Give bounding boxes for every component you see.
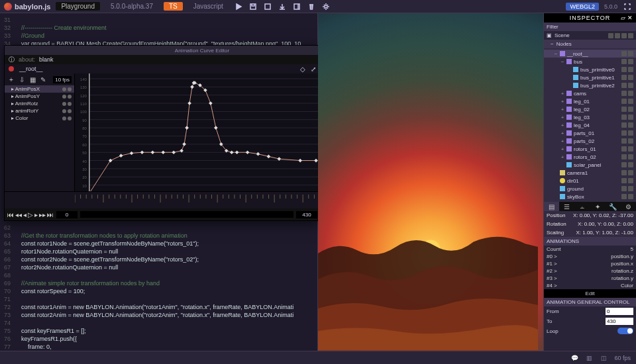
fps-counter: 60 fps [614, 355, 631, 361]
svg-rect-61 [298, 159, 302, 163]
tree-node[interactable]: solar_panel [544, 161, 636, 169]
inspector-tabs: ▤ ☰ ⫠ ✦ 🔧 ⚙ [544, 202, 636, 211]
next-key-icon[interactable]: ▸▸ [39, 211, 46, 218]
status-message-icon[interactable]: 💬 [570, 354, 578, 362]
tree-node[interactable]: +leg_01 [544, 97, 636, 105]
render-canvas[interactable] [318, 13, 543, 351]
to-input[interactable] [606, 318, 633, 325]
root-node-label[interactable]: __root__ [19, 66, 43, 72]
settings-icon[interactable] [321, 2, 331, 11]
first-frame-icon[interactable]: ⏮ [7, 211, 14, 218]
tree-node[interactable]: +parts_02 [544, 137, 636, 145]
save-anim-icon[interactable]: ▦ [28, 75, 36, 83]
tab-stats-icon[interactable]: ⫠ [574, 202, 590, 211]
inspector-icon[interactable] [292, 2, 301, 11]
svg-rect-42 [180, 149, 184, 153]
popout-icon[interactable]: ▱ [621, 15, 626, 21]
anim-item[interactable]: ▸ AnimPosX [5, 85, 74, 93]
fps-input[interactable]: 10 fps [53, 76, 72, 83]
save-icon[interactable] [248, 2, 258, 11]
tree-node[interactable]: +cams [544, 89, 636, 97]
tab-wrench-icon[interactable]: 🔧 [606, 202, 621, 211]
curve-timeline[interactable] [5, 191, 320, 208]
nodes-header[interactable]: Nodes [556, 41, 572, 47]
anim-prop-row[interactable]: #3 >rotation.y [544, 275, 636, 282]
svg-rect-35 [109, 159, 113, 163]
tree-node[interactable]: skyBox [544, 193, 636, 201]
anim-item[interactable]: ▸ Color [5, 114, 74, 122]
frame-start-input[interactable]: 0 [56, 211, 78, 218]
tree-node[interactable]: bus_primitive1 [544, 73, 636, 81]
svg-rect-40 [161, 150, 165, 154]
new-icon[interactable] [263, 2, 272, 11]
tree-node[interactable]: +leg_02 [544, 105, 636, 113]
svg-rect-56 [235, 150, 239, 154]
anim-prop-row[interactable]: #1 >position.x [544, 260, 636, 267]
edit-anim-icon[interactable]: ✎ [39, 75, 47, 83]
anim-item[interactable]: ▸ animRotY [5, 107, 74, 114]
next-frame-icon[interactable]: ▸ [34, 211, 38, 218]
tree-node[interactable]: dir01 [544, 177, 636, 185]
inspector-panel: INSPECTOR ▱ ✕ Filter ▣Scene − Nodes −__r… [543, 13, 636, 351]
curve-graph[interactable]: 1401301201101009080706050403020100 [75, 73, 320, 191]
clear-icon[interactable] [307, 2, 316, 11]
svg-rect-52 [214, 126, 218, 130]
tree-node[interactable]: +rotors_02 [544, 153, 636, 161]
svg-rect-43 [182, 142, 186, 146]
status-split-icon[interactable]: ◫ [600, 354, 608, 362]
tree-node[interactable]: +leg_04 [544, 121, 636, 129]
prev-key-icon[interactable]: ◂◂ [15, 211, 22, 218]
fullscreen-icon[interactable] [623, 2, 632, 11]
status-layout-icon[interactable]: ▥ [585, 354, 593, 362]
load-anim-icon[interactable]: ⇩ [18, 75, 26, 83]
tree-node[interactable]: +parts_01 [544, 129, 636, 137]
svg-text:110: 110 [80, 102, 87, 106]
tree-node[interactable]: −bus [544, 58, 636, 66]
logo-icon [4, 3, 12, 11]
tree-node[interactable]: bus_primitive2 [544, 81, 636, 89]
tree-node[interactable]: +rotors_01 [544, 145, 636, 153]
tab-debug-icon[interactable]: ☰ [559, 202, 574, 211]
brand-text: babylon.js [15, 3, 50, 11]
scene-node[interactable]: Scene [555, 32, 570, 38]
info-icon: ⓘ [9, 56, 15, 64]
loop-toggle[interactable] [617, 328, 633, 334]
last-frame-icon[interactable]: ⏭ [47, 211, 54, 218]
tree-node[interactable]: camera1 [544, 169, 636, 177]
tree-node[interactable]: ground [544, 185, 636, 193]
download-icon[interactable] [278, 2, 287, 11]
from-input[interactable] [606, 308, 633, 315]
to-label: To [547, 318, 552, 324]
lang-ts-tab[interactable]: TS [164, 2, 183, 11]
frame-range-slider[interactable] [80, 211, 293, 218]
lang-js-tab[interactable]: Javascript [188, 2, 229, 11]
svg-text:10: 10 [82, 184, 87, 188]
svg-text:130: 130 [80, 85, 87, 89]
pos-label: Position [547, 212, 565, 218]
anim-prop-row[interactable]: #4 >Color [544, 282, 636, 289]
frame-end-input[interactable]: 430 [296, 211, 317, 218]
tab-properties-icon[interactable]: ▤ [544, 202, 559, 211]
prev-frame-icon[interactable]: ◂ [23, 211, 26, 218]
edit-animations-button[interactable]: Edit [544, 289, 636, 298]
tree-node[interactable]: +leg_03 [544, 113, 636, 121]
svg-rect-55 [230, 150, 234, 154]
tree-node[interactable]: −__root__ [544, 50, 636, 58]
run-icon[interactable] [234, 2, 243, 11]
play-icon[interactable]: ▷ [28, 211, 33, 218]
add-anim-icon[interactable]: + [7, 75, 15, 83]
tree-node[interactable]: bus_primitive0 [544, 66, 636, 73]
close-icon[interactable]: ✕ [627, 15, 633, 21]
curve-editor-titlebar[interactable]: Animation Curve Editor [5, 46, 320, 55]
tab-tools-icon[interactable]: ✦ [590, 202, 606, 211]
svg-text:90: 90 [82, 118, 87, 122]
tab-gear-icon[interactable]: ⚙ [621, 202, 636, 211]
anim-item[interactable]: ▸ AnimRotz [5, 100, 74, 107]
expand-icon[interactable]: ⤢ [311, 66, 316, 73]
anim-prop-row[interactable]: #2 >rotation.z [544, 267, 636, 275]
status-bar: 💬 ▥ ◫ 60 fps [0, 351, 636, 364]
frame-view-icon[interactable]: ◇ [300, 66, 305, 73]
anim-item[interactable]: ▸ AnimPosY [5, 93, 74, 100]
rot-value: X: 0.00, Y: 0.00, Z: 0.00 [578, 221, 633, 227]
anim-prop-row[interactable]: #0 >position.y [544, 253, 636, 260]
